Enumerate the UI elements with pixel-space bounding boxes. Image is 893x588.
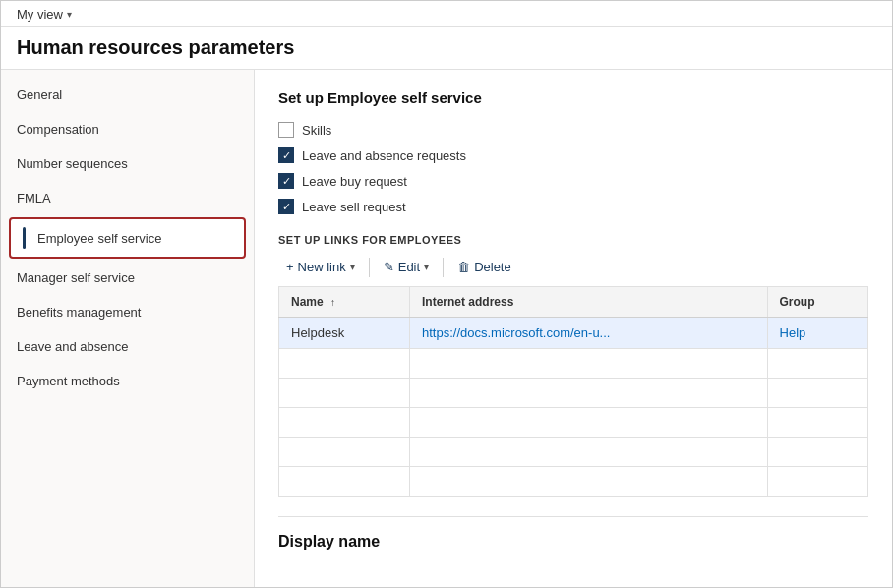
sidebar-item-label: Benefits management (17, 305, 141, 320)
leave-sell-label: Leave sell request (302, 200, 406, 214)
col-group: Group (767, 287, 867, 318)
sidebar-item-payment-methods[interactable]: Payment methods (1, 364, 254, 398)
leave-sell-checkbox[interactable] (278, 199, 294, 214)
checkbox-row-leave-sell: Leave sell request (278, 199, 868, 214)
checkbox-row-leave-absence: Leave and absence requests (278, 147, 868, 163)
leave-buy-label: Leave buy request (302, 174, 407, 189)
skills-label: Skills (302, 123, 331, 138)
section-title: Set up Employee self service (278, 89, 868, 106)
table-empty-row-5 (279, 467, 868, 497)
sidebar-item-label: Compensation (17, 122, 99, 137)
empty-cell (279, 349, 410, 379)
links-table: Name ↑ Internet address Group Helpdesk (278, 286, 868, 497)
my-view-button[interactable]: My view ▾ (17, 7, 72, 22)
sidebar-item-manager-self-service[interactable]: Manager self service (1, 261, 254, 295)
sidebar-item-label: Employee self service (37, 231, 161, 246)
leave-absence-checkbox[interactable] (278, 147, 294, 163)
checkbox-group: Skills Leave and absence requests Leave … (278, 122, 868, 214)
sidebar-item-label: Payment methods (17, 374, 120, 388)
sidebar-item-label: FMLA (17, 191, 51, 206)
sidebar: General Compensation Number sequences FM… (1, 70, 255, 587)
table-empty-row-3 (279, 408, 868, 438)
col-group-label: Group (780, 295, 815, 309)
edit-chevron-icon: ▾ (424, 262, 429, 272)
sidebar-item-compensation[interactable]: Compensation (1, 112, 254, 147)
new-link-chevron-icon: ▾ (350, 262, 355, 272)
display-name-section: Display name (278, 516, 868, 551)
table-row[interactable]: Helpdesk https://docs.microsoft.com/en-u… (279, 318, 868, 349)
top-bar: My view ▾ (1, 1, 892, 27)
empty-cell (279, 438, 410, 467)
empty-cell (279, 408, 410, 438)
leave-buy-checkbox[interactable] (278, 173, 294, 189)
main-layout: General Compensation Number sequences FM… (1, 70, 892, 587)
empty-cell (279, 467, 410, 497)
sidebar-item-employee-self-service[interactable]: Employee self service (9, 217, 246, 259)
empty-cell (410, 349, 768, 379)
plus-icon: + (286, 260, 294, 274)
my-view-label: My view (17, 7, 63, 22)
edit-label: Edit (398, 260, 420, 274)
links-section-title: SET UP LINKS FOR EMPLOYEES (278, 234, 868, 246)
empty-cell (767, 438, 867, 467)
col-name-label: Name (291, 295, 324, 309)
toolbar-separator-1 (369, 258, 370, 277)
table-empty-row-1 (279, 349, 868, 379)
sidebar-item-label: Number sequences (17, 156, 128, 171)
sidebar-item-label: Leave and absence (17, 339, 128, 354)
empty-cell (767, 467, 867, 497)
col-internet-address: Internet address (410, 287, 768, 318)
sidebar-item-benefits-management[interactable]: Benefits management (1, 295, 254, 329)
cell-group: Help (767, 318, 867, 349)
checkbox-row-leave-buy: Leave buy request (278, 173, 868, 189)
sidebar-item-general[interactable]: General (1, 78, 254, 112)
empty-cell (767, 379, 867, 408)
new-link-label: New link (298, 260, 346, 274)
sidebar-item-label: Manager self service (17, 270, 135, 285)
page-title: Human resources parameters (17, 36, 876, 59)
col-name[interactable]: Name ↑ (279, 287, 410, 318)
toolbar-separator-2 (443, 258, 444, 277)
table-header-row: Name ↑ Internet address Group (279, 287, 868, 318)
display-name-title: Display name (278, 533, 868, 551)
chevron-down-icon: ▾ (67, 9, 72, 20)
sidebar-item-label: General (17, 88, 62, 102)
checkbox-row-skills: Skills (278, 122, 868, 138)
edit-icon: ✎ (384, 260, 394, 274)
edit-button[interactable]: ✎ Edit ▾ (376, 256, 437, 278)
new-link-button[interactable]: + New link ▾ (278, 256, 363, 278)
page-wrapper: My view ▾ Human resources parameters Gen… (0, 0, 893, 588)
empty-cell (767, 408, 867, 438)
col-address-label: Internet address (422, 295, 513, 309)
empty-cell (410, 438, 768, 467)
empty-cell (410, 467, 768, 497)
content-area: Set up Employee self service Skills Leav… (255, 70, 892, 587)
empty-cell (279, 379, 410, 408)
sidebar-item-fmla[interactable]: FMLA (1, 181, 254, 215)
delete-label: Delete (474, 260, 511, 274)
table-empty-row-4 (279, 438, 868, 467)
empty-cell (767, 349, 867, 379)
table-empty-row-2 (279, 379, 868, 408)
delete-icon: 🗑 (457, 260, 470, 274)
empty-cell (410, 408, 768, 438)
active-indicator (23, 227, 26, 249)
skills-checkbox[interactable] (278, 122, 294, 138)
sidebar-item-leave-and-absence[interactable]: Leave and absence (1, 329, 254, 364)
leave-absence-label: Leave and absence requests (302, 148, 466, 163)
toolbar: + New link ▾ ✎ Edit ▾ 🗑 Delete (278, 256, 868, 278)
cell-name: Helpdesk (279, 318, 410, 349)
cell-address[interactable]: https://docs.microsoft.com/en-u... (410, 318, 768, 349)
sort-icon: ↑ (330, 297, 335, 308)
page-title-bar: Human resources parameters (1, 27, 892, 70)
sidebar-item-number-sequences[interactable]: Number sequences (1, 147, 254, 181)
empty-cell (410, 379, 768, 408)
delete-button[interactable]: 🗑 Delete (449, 256, 519, 278)
